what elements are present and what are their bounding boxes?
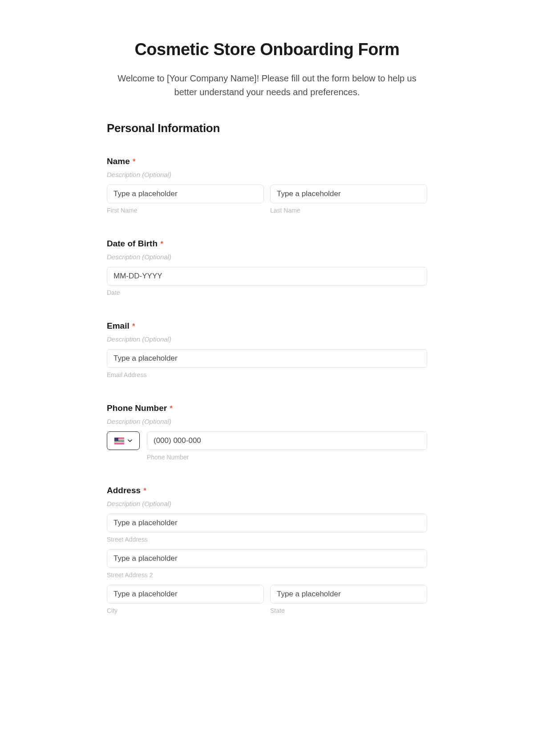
chevron-down-icon: [128, 439, 132, 442]
state-input[interactable]: [270, 585, 427, 603]
email-input[interactable]: [107, 349, 427, 368]
field-group-phone: Phone Number * Description (Optional) Ph…: [107, 403, 427, 461]
required-star: *: [143, 487, 146, 495]
section-heading-personal-info: Personal Information: [107, 121, 427, 135]
field-description-address: Description (Optional): [107, 500, 427, 507]
sub-label-phone: Phone Number: [147, 454, 427, 461]
form-title: Cosmetic Store Onboarding Form: [107, 40, 427, 59]
sub-label-dob: Date: [107, 289, 427, 296]
sub-label-state: State: [270, 607, 427, 614]
street-address-2-input[interactable]: [107, 549, 427, 568]
field-label-name: Name: [107, 157, 130, 166]
field-description-dob: Description (Optional): [107, 253, 427, 261]
us-flag-icon: [114, 438, 124, 444]
sub-label-city: City: [107, 607, 264, 614]
required-star: *: [133, 158, 135, 165]
field-description-name: Description (Optional): [107, 171, 427, 178]
field-description-email: Description (Optional): [107, 335, 427, 343]
field-group-name: Name * Description (Optional) First Name…: [107, 157, 427, 214]
city-input[interactable]: [107, 585, 264, 603]
field-group-dob: Date of Birth * Description (Optional) D…: [107, 239, 427, 296]
sub-label-street: Street Address: [107, 536, 427, 543]
country-selector[interactable]: [107, 431, 140, 450]
sub-label-email: Email Address: [107, 371, 427, 378]
field-group-address: Address * Description (Optional) Street …: [107, 486, 427, 614]
field-group-email: Email * Description (Optional) Email Add…: [107, 321, 427, 378]
form-intro: Welcome to [Your Company Name]! Please f…: [107, 72, 427, 99]
required-star: *: [160, 240, 163, 248]
first-name-input[interactable]: [107, 185, 264, 203]
last-name-input[interactable]: [270, 185, 427, 203]
phone-input[interactable]: [147, 431, 427, 450]
field-label-dob: Date of Birth: [107, 239, 158, 249]
field-label-address: Address: [107, 486, 141, 495]
sub-label-first-name: First Name: [107, 207, 264, 214]
required-star: *: [170, 405, 173, 412]
sub-label-last-name: Last Name: [270, 207, 427, 214]
form-container: Cosmetic Store Onboarding Form Welcome t…: [107, 0, 427, 614]
sub-label-street2: Street Address 2: [107, 571, 427, 579]
field-description-phone: Description (Optional): [107, 418, 427, 425]
field-label-email: Email: [107, 321, 129, 331]
street-address-input[interactable]: [107, 514, 427, 532]
dob-input[interactable]: [107, 267, 427, 286]
field-label-phone: Phone Number: [107, 403, 167, 413]
required-star: *: [132, 322, 135, 330]
